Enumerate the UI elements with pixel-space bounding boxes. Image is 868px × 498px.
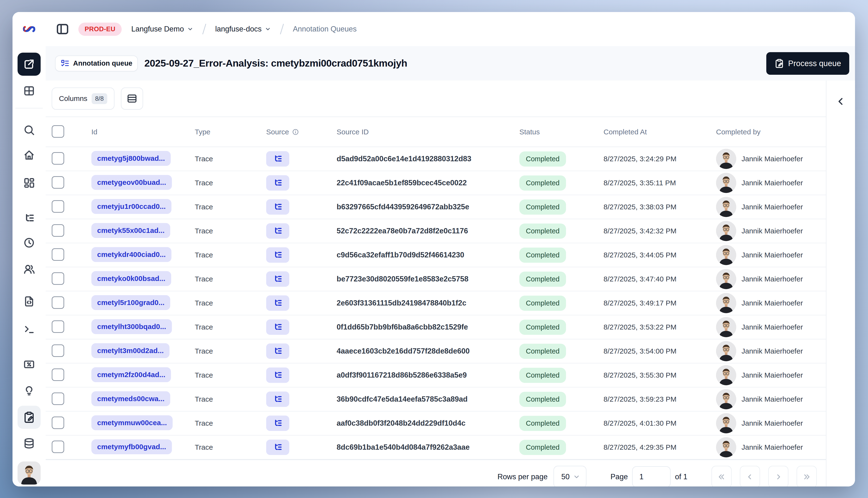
table-row[interactable]: cmetygeov00buad... Trace 22c41f09acae5b1… [46,171,826,195]
row-checkbox[interactable] [52,441,64,453]
sidebar-item-users[interactable] [17,258,41,281]
column-header-status[interactable]: Status [517,128,601,136]
status-badge: Completed [519,440,566,455]
sidebar-item-playground[interactable] [17,317,41,341]
first-page-button[interactable] [711,466,732,486]
row-checkbox[interactable] [52,320,64,333]
table-row[interactable]: cmetyg5j800bwad... Trace d5ad9d52a00c6e1… [46,147,826,171]
prev-page-button[interactable] [740,466,760,486]
source-id-cell: d5ad9d52a00c6e14e1d4192880312d83 [334,155,517,163]
sidebar-item-tables[interactable] [17,79,41,102]
item-id-link[interactable]: cmetyk55x00c1ad... [91,223,170,238]
item-id-link[interactable]: cmetylt3m00d2ad... [91,343,169,358]
sidebar-toggle-button[interactable] [56,22,69,36]
column-header-completed-at[interactable]: Completed At [601,128,714,136]
table-row[interactable]: cmetymeds00cwa... Trace 36b90cdfc47e5da1… [46,388,826,411]
row-checkbox[interactable] [52,248,64,261]
item-id-link[interactable]: cmetym2fz00d4ad... [91,367,171,382]
table-row[interactable]: cmetyk55x00c1ad... Trace 52c72c2222ea78e… [46,219,826,243]
row-checkbox[interactable] [52,393,64,405]
item-id-link[interactable]: cmetyl5r100grad0... [91,295,170,310]
row-checkbox[interactable] [52,417,64,429]
sidebar-item-prompts[interactable] [17,290,41,313]
completed-by-cell: Jannik Maierhoefer [714,389,826,409]
column-header-id[interactable]: Id [85,128,192,136]
rows-per-page-select[interactable]: 50 [554,466,586,486]
table-row[interactable]: cmetym2fz00d4ad... Trace a0df3f901167218… [46,363,826,388]
source-trace-button[interactable] [266,416,289,431]
sidebar-item-evaluators[interactable] [17,353,41,376]
row-checkbox[interactable] [52,200,64,213]
select-all-checkbox[interactable] [52,125,64,138]
row-checkbox[interactable] [52,296,64,309]
source-trace-button[interactable] [266,271,289,287]
breadcrumb-project[interactable]: langfuse-docs [215,25,271,34]
collapse-panel-button[interactable] [832,93,849,110]
table-row[interactable]: cmetyl5r100grad0... Trace 2e603f31361115… [46,291,826,315]
table-row[interactable]: cmetyko0k00bsad... Trace be7723e30d80205… [46,267,826,291]
item-id-link[interactable]: cmetyko0k00bsad... [91,271,171,286]
last-page-button[interactable] [796,466,817,486]
user-avatar[interactable] [17,461,41,485]
langfuse-logo[interactable] [17,17,41,41]
sidebar-item-dashboards[interactable] [17,171,41,194]
item-id-link[interactable]: cmetyju1r00ccad0... [91,199,171,214]
source-trace-button[interactable] [266,440,289,455]
source-trace-button[interactable] [266,151,289,167]
sidebar-item-home[interactable] [17,144,41,167]
source-trace-button[interactable] [266,223,289,239]
completed-at-cell: 8/27/2025, 3:42:32 PM [601,227,714,235]
breadcrumb-org[interactable]: Langfuse Demo [131,25,193,34]
source-trace-button[interactable] [266,343,289,359]
source-trace-button[interactable] [266,367,289,383]
source-trace-button[interactable] [266,392,289,407]
sidebar-item-go-to[interactable] [17,53,41,76]
item-id-link[interactable]: cmetymeds00cwa... [91,391,170,406]
item-id-link[interactable]: cmetymyfb00gvad... [91,440,172,454]
table-row[interactable]: cmetylt3m00d2ad... Trace 4aaece1603cb2e1… [46,339,826,363]
sidebar-item-sessions[interactable] [17,231,41,254]
source-trace-button[interactable] [266,247,289,263]
chevron-left-icon [746,473,754,481]
source-trace-button[interactable] [266,319,289,335]
table-row[interactable]: cmetylht300bqad0... Trace 0f1dd65b7bb9bf… [46,315,826,339]
table-row[interactable]: cmetyju1r00ccad0... Trace b63297665cfd44… [46,195,826,219]
sidebar-item-tracing[interactable] [17,207,41,230]
column-header-completed-by[interactable]: Completed by [714,128,826,136]
item-id-link[interactable]: cmetyg5j800bwad... [91,151,171,166]
source-trace-button[interactable] [266,175,289,191]
item-id-link[interactable]: cmetylht300bqad0... [91,319,172,334]
column-header-source[interactable]: Source [262,128,334,136]
sidebar-item-search[interactable] [17,118,41,142]
completed-at-cell: 8/27/2025, 4:01:30 PM [601,419,714,427]
table-row[interactable]: cmetykdr400ciad0... Trace c9d56ca32efaff… [46,243,826,267]
next-page-button[interactable] [768,466,788,486]
chevron-down-icon [187,26,193,32]
item-id-link[interactable]: cmetygeov00buad... [91,175,172,190]
info-icon[interactable] [292,128,299,135]
table-row[interactable]: cmetymyfb00gvad... Trace 8dc69b1ba1e540b… [46,435,826,460]
sidebar-item-datasets[interactable] [17,432,41,455]
row-checkbox[interactable] [52,152,64,165]
source-trace-button[interactable] [266,296,289,311]
row-height-button[interactable] [121,88,143,109]
item-id-link[interactable]: cmetymmuw00cea... [91,415,173,430]
sidebar-item-insights[interactable] [17,379,41,402]
row-checkbox[interactable] [52,224,64,237]
column-header-source-id[interactable]: Source ID [334,128,517,136]
row-checkbox[interactable] [52,272,64,285]
columns-button[interactable]: Columns 8/8 [52,88,115,109]
row-checkbox[interactable] [52,176,64,189]
page-input[interactable] [632,466,671,486]
side-panel-strip [826,80,855,486]
process-queue-button[interactable]: Process queue [766,52,849,75]
item-id-link[interactable]: cmetykdr400ciad0... [91,247,171,262]
status-badge: Completed [519,392,566,407]
table-row[interactable]: cmetymmuw00cea... Trace aaf0c38db0f3f204… [46,411,826,435]
row-checkbox[interactable] [52,368,64,381]
source-trace-button[interactable] [266,199,289,215]
row-checkbox[interactable] [52,344,64,357]
completed-by-cell: Jannik Maierhoefer [714,197,826,217]
column-header-type[interactable]: Type [192,128,262,136]
sidebar-item-annotation-queues[interactable] [17,406,41,429]
